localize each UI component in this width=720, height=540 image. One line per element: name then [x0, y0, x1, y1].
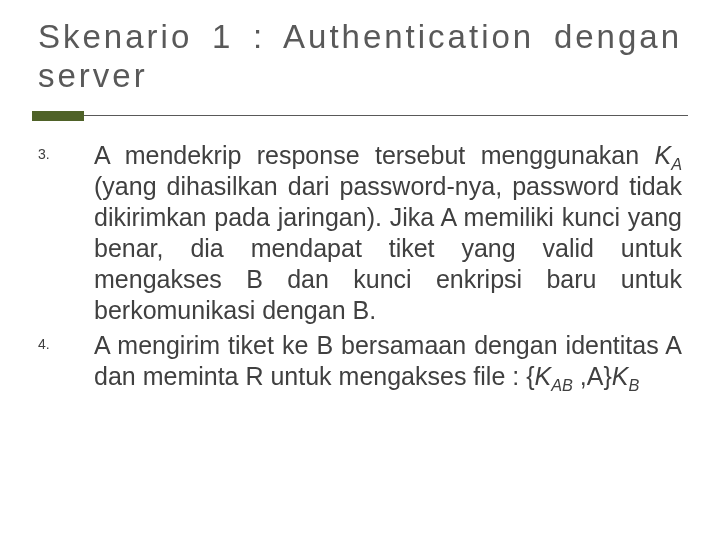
slide: Skenario 1 : Authentication dengan serve… [0, 0, 720, 540]
list-item: A mendekrip response tersebut menggunaka… [38, 140, 682, 326]
slide-title: Skenario 1 : Authentication dengan serve… [38, 18, 682, 96]
title-underline [32, 106, 688, 124]
underline-rule [84, 115, 688, 116]
body-list: A mendekrip response tersebut menggunaka… [32, 140, 688, 392]
list-item: A mengirim tiket ke B bersamaan dengan i… [38, 330, 682, 392]
accent-bar [32, 111, 84, 121]
